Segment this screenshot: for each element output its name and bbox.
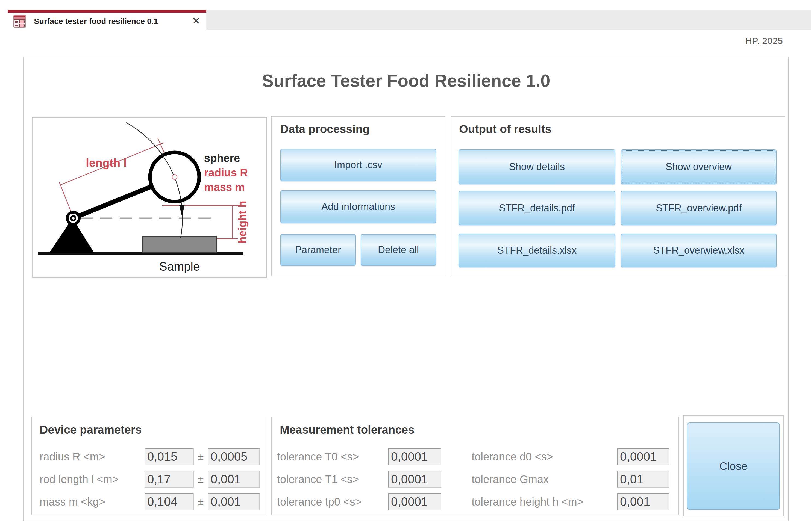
tolerance-gmax-field[interactable]: 0,01 [617,471,669,488]
tab-close-icon[interactable]: ✕ [192,13,200,30]
pendulum-diagram: length l sphere radius R mass m height h… [32,118,266,277]
close-button[interactable]: Close [687,422,780,510]
form-tab[interactable]: Surface tester food resilience 0.1 ✕ [7,10,206,30]
tolerance-d0-label: tolerance d0 <s> [472,448,553,465]
tolerance-tp0-label: tolerance tp0 <s> [277,493,362,510]
radius-value-field[interactable]: 0,015 [144,448,194,465]
rod-length-pm-sign: ± [196,471,206,488]
measurement-tolerances-panel: Measurement tolerances tolerance T0 <s> … [271,417,679,515]
stfr-details-pdf-button[interactable]: STFR_details.pdf [459,191,615,225]
delete-all-button[interactable]: Delete all [361,234,436,266]
device-diagram-box: length l sphere radius R mass m height h… [32,117,267,278]
radius-label: radius R [204,167,248,178]
stfr-overview-xlsx-button[interactable]: STFR_overwiew.xlsx [621,234,777,267]
output-results-header: Output of results [459,123,551,136]
mass-pm-sign: ± [196,493,206,510]
tolerance-d0-field[interactable]: 0,0001 [617,448,669,465]
tolerance-height-field[interactable]: 0,001 [617,493,669,510]
mass-label: mass m [204,181,245,193]
add-informations-button[interactable]: Add informations [280,190,436,223]
show-overview-button[interactable]: Show overview [621,150,777,184]
show-details-button[interactable]: Show details [459,150,615,184]
trajectory-arrowhead [179,205,185,217]
mass-param-label: mass m <kg> [40,493,105,510]
pivot-inner-ring [71,216,75,220]
parameter-button[interactable]: Parameter [280,234,356,266]
sample-block [143,236,216,253]
rod-length-param-label: rod length l <m> [40,471,119,488]
tab-title: Surface tester food resilience 0.1 [34,13,158,30]
radius-param-label: radius R <m> [40,448,105,465]
tolerance-tp0-field[interactable]: 0,0001 [388,493,441,510]
form-body: Surface Tester Food Resilience 1.0 [23,57,789,521]
radius-pm-sign: ± [196,448,206,465]
tolerance-gmax-label: tolerance Gmax [472,471,549,488]
mass-value-field[interactable]: 0,104 [144,493,194,510]
device-parameters-panel: Device parameters radius R <m> 0,015 ± 0… [31,417,266,515]
form-icon [13,15,26,28]
tolerance-t0-label: tolerance T0 <s> [277,448,359,465]
import-csv-button[interactable]: Import .csv [280,149,436,181]
data-processing-header: Data processing [280,123,370,136]
device-parameters-header: Device parameters [40,423,142,436]
stfr-details-xlsx-button[interactable]: STFR_details.xlsx [459,234,615,267]
tolerance-t1-label: tolerance T1 <s> [277,471,359,488]
pendulum-rod [73,186,152,218]
page-title: Surface Tester Food Resilience 1.0 [24,71,788,91]
close-panel: Close [683,415,784,516]
height-dimension-lines [162,206,238,239]
radius-tolerance-field[interactable]: 0,0005 [208,448,260,465]
credit-text: HP. 2025 [746,35,783,46]
measurement-tolerances-header: Measurement tolerances [280,423,414,436]
sample-label: Sample [159,260,200,273]
data-processing-panel: Data processing Import .csv Add informat… [271,116,445,276]
tolerance-height-label: tolerance height h <m> [472,493,583,510]
tolerance-t0-field[interactable]: 0,0001 [388,448,441,465]
sphere-center-marker [172,174,177,179]
rod-length-tolerance-field[interactable]: 0,001 [208,471,260,488]
tolerance-t1-field[interactable]: 0,0001 [388,471,441,488]
height-label: height h [236,201,248,243]
mass-tolerance-field[interactable]: 0,001 [208,493,260,510]
output-results-panel: Output of results Show details Show over… [451,116,785,276]
stfr-overview-pdf-button[interactable]: STFR_overview.pdf [621,191,777,225]
rod-length-value-field[interactable]: 0,17 [144,471,194,488]
sphere-label: sphere [204,152,240,164]
length-label: length l [86,156,126,169]
